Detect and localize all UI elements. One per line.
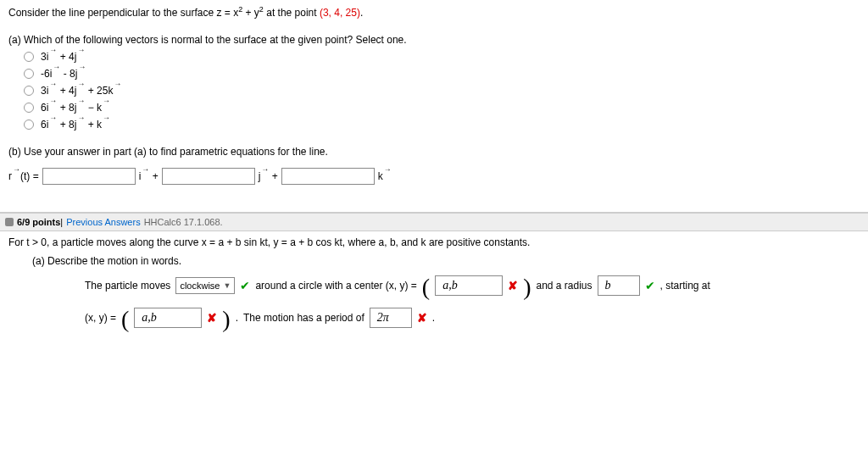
check-icon: ✔ — [240, 279, 250, 292]
cross-icon: ✘ — [417, 311, 427, 325]
cross-icon: ✘ — [207, 311, 217, 325]
paren-close: ) — [222, 311, 230, 328]
xy-label: (x, y) = — [85, 312, 116, 324]
radio-option-2[interactable]: 3i→ + 4j→ + 25k→ — [24, 85, 860, 97]
radio-option-0[interactable]: 3i→ + 4j→ — [24, 51, 860, 63]
text-period: The motion has a period of — [243, 312, 364, 324]
radio-icon[interactable] — [24, 119, 34, 130]
radius-input[interactable]: b — [598, 275, 640, 296]
text-around-circle: around a circle with a center (x, y) = — [255, 280, 416, 292]
question-ref: HHCalc6 17.1.068. — [144, 217, 223, 227]
radio-option-1[interactable]: -6i→ - 8j→ — [24, 68, 860, 80]
chevron-down-icon: ▼ — [223, 281, 231, 290]
points-label: 6/9 points — [17, 217, 60, 227]
direction-select[interactable]: clockwise▼ — [175, 277, 235, 294]
option-label: -6i→ - 8j→ — [41, 68, 86, 80]
question-header-bar: 6/9 points | Previous Answers HHCalc6 17… — [0, 213, 868, 231]
text-and-radius: and a radius — [536, 280, 592, 292]
radio-option-3[interactable]: 6i→ + 8j→ − k→ — [24, 102, 860, 114]
rt-input-i[interactable] — [42, 168, 136, 185]
q1-part-a-prompt: (a) Which of the following vectors is no… — [8, 34, 860, 46]
q1-intro: Consider the line perpendicular to the s… — [8, 5, 860, 19]
radio-icon[interactable] — [24, 69, 34, 79]
option-label: 6i→ + 8j→ − k→ — [41, 102, 110, 114]
center-input[interactable]: a,b — [435, 275, 503, 296]
start-point-input[interactable]: a,b — [134, 308, 202, 328]
radio-icon[interactable] — [24, 52, 34, 62]
q2-part-a-prompt: (a) Describe the motion in words. — [32, 255, 860, 267]
i-plus: i→ + — [139, 170, 159, 182]
cross-icon: ✘ — [508, 279, 518, 292]
text-dot: . — [432, 312, 435, 324]
previous-answers-link[interactable]: Previous Answers — [66, 217, 140, 227]
option-label: 3i→ + 4j→ — [41, 51, 85, 63]
radio-icon[interactable] — [24, 86, 34, 96]
k-end: k→ — [378, 170, 392, 182]
paren-open: ( — [422, 279, 430, 296]
paren-open: ( — [121, 311, 129, 328]
q2-intro: For t > 0, a particle moves along the cu… — [8, 236, 860, 248]
period-input[interactable]: 2π — [370, 308, 412, 328]
rt-input-k[interactable] — [281, 168, 375, 185]
rt-label: r→(t) = — [8, 170, 39, 182]
option-label: 3i→ + 4j→ + 25k→ — [41, 85, 121, 97]
paren-close: ) — [523, 279, 531, 296]
radio-option-4[interactable]: 6i→ + 8j→ + k→ — [24, 119, 860, 131]
rt-input-j[interactable] — [162, 168, 255, 185]
text-starting-at: , starting at — [660, 280, 710, 292]
bullet-icon — [5, 218, 14, 226]
text-particle-moves: The particle moves — [85, 280, 170, 292]
radio-icon[interactable] — [24, 103, 34, 113]
check-icon: ✔ — [645, 279, 655, 292]
q1-part-b-prompt: (b) Use your answer in part (a) to find … — [8, 146, 860, 158]
option-label: 6i→ + 8j→ + k→ — [41, 119, 110, 131]
j-plus: j→ + — [259, 170, 278, 182]
